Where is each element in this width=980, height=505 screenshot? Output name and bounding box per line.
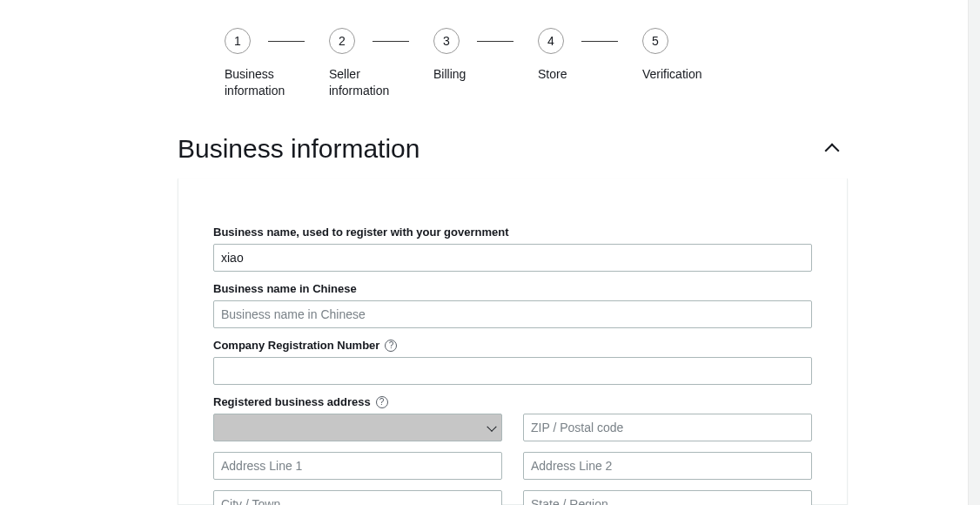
zip-input[interactable] [523,414,812,441]
step-seller-information: 2 Seller information [329,28,433,99]
field-registration-number: Company Registration Number ? [213,339,812,385]
step-label: Store [538,66,567,83]
business-name-label: Business name, used to register with you… [213,226,812,239]
address-label-text: Registered business address [213,395,371,408]
field-address: Registered business address ? [213,395,812,505]
step-number: 1 [234,34,241,48]
address-line1-input[interactable] [213,452,502,480]
field-business-name-cn: Business name in Chinese [213,282,812,328]
section-title: Business information [178,134,420,164]
step-label: Seller information [329,66,389,99]
business-name-cn-label: Business name in Chinese [213,282,812,295]
step-number-icon: 5 [642,28,668,54]
help-icon[interactable]: ? [376,396,388,408]
registration-number-label: Company Registration Number ? [213,339,812,352]
state-input[interactable] [523,490,812,505]
step-number: 5 [652,34,659,48]
city-input[interactable] [213,490,502,505]
section-header: Business information [178,134,841,164]
step-number-icon: 4 [538,28,564,54]
step-connector [268,41,305,42]
registration-number-label-text: Company Registration Number [213,339,379,352]
progress-stepper: 1 Business information 2 Seller informat… [225,28,701,99]
step-number-icon: 3 [433,28,460,54]
step-connector [373,41,409,42]
step-connector [581,41,618,42]
step-number-icon: 1 [225,28,251,54]
help-icon[interactable]: ? [385,340,397,352]
registration-number-input[interactable] [213,357,812,385]
step-label: Business information [225,66,285,99]
step-verification: 5 Verification [642,28,701,83]
country-select-wrap [213,414,502,441]
address-line2-input[interactable] [523,452,812,480]
step-number: 2 [339,34,346,48]
step-label: Verification [642,66,701,83]
business-name-cn-input[interactable] [213,300,812,328]
step-number-icon: 2 [329,28,355,54]
business-info-form: Business name, used to register with you… [178,178,848,505]
step-number: 3 [443,34,450,48]
address-label: Registered business address ? [213,395,812,408]
address-grid [213,414,812,505]
step-business-information: 1 Business information [225,28,329,99]
step-connector [477,41,513,42]
field-business-name: Business name, used to register with you… [213,226,812,272]
chevron-up-icon[interactable] [825,141,841,157]
step-billing: 3 Billing [433,28,538,83]
step-label: Billing [433,66,466,83]
country-select[interactable] [213,414,502,441]
page-right-gutter [968,0,980,505]
step-store: 4 Store [538,28,642,83]
business-name-input[interactable] [213,244,812,272]
step-number: 4 [547,34,554,48]
